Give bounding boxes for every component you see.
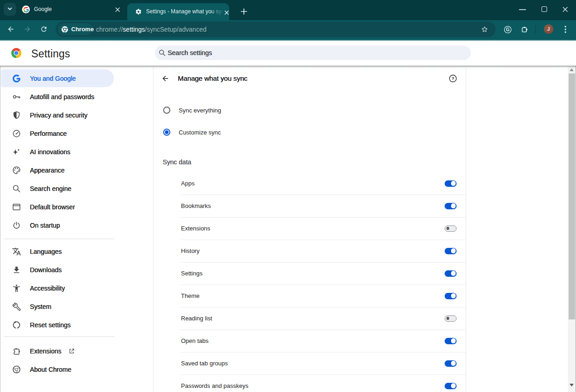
svg-text:?: ? <box>452 76 454 81</box>
svg-text:G: G <box>506 27 510 32</box>
